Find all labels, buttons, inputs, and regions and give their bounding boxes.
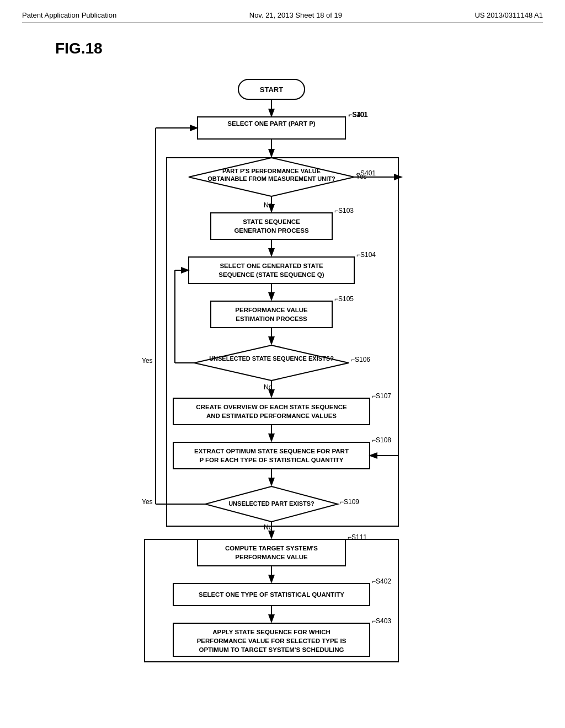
start-label: START (260, 85, 283, 94)
s103-step: ⌐S103 (334, 207, 354, 215)
s109-yes: Yes (142, 498, 153, 506)
s111-line2: PERFORMANCE VALUE (235, 554, 308, 560)
s108-line1: EXTRACT OPTIMUM STATE SEQUENCE FOR PART (194, 448, 349, 454)
s107-step: ⌐S107 (372, 392, 391, 400)
svg-rect-10 (189, 257, 354, 283)
s108-line2: P FOR EACH TYPE OF STATISTICAL QUANTITY (199, 457, 343, 463)
s104-line1: SELECT ONE GENERATED STATE (220, 263, 323, 269)
s403-line1: APPLY STATE SEQUENCE FOR WHICH (212, 629, 331, 635)
svg-rect-21 (173, 442, 370, 469)
s104-step: ⌐S104 (356, 251, 376, 259)
s401-step: ⌐S401 (349, 111, 368, 119)
s107-line1: CREATE OVERVIEW OF EACH STATE SEQUENCE (196, 404, 347, 410)
s403-line3: OPTIMUM TO TARGET SYSTEM'S SCHEDULING (199, 646, 344, 653)
s402-label: SELECT ONE TYPE OF STATISTICAL QUANTITY (199, 591, 344, 598)
s403-step: ⌐S403 (372, 617, 391, 625)
s106-yes: Yes (142, 357, 153, 365)
svg-rect-28 (198, 539, 345, 566)
page-header: Patent Application Publication Nov. 21, … (22, 11, 543, 23)
page: Patent Application Publication Nov. 21, … (0, 0, 565, 728)
figure-label: FIG.18 (55, 40, 543, 57)
s101-label: SELECT ONE PART (PART P) (227, 120, 315, 127)
s402-step: ⌐S402 (372, 577, 391, 585)
s103-line1: STATE SEQUENCE (243, 218, 300, 225)
svg-rect-12 (211, 301, 332, 328)
flowchart-container: START SELECT ONE PART (PART P) ⌐S101 PAR… (22, 68, 543, 719)
header-left: Patent Application Publication (22, 11, 116, 19)
s109-step: ⌐S109 (340, 498, 359, 506)
header-center: Nov. 21, 2013 Sheet 18 of 19 (249, 11, 342, 19)
svg-marker-14 (194, 345, 349, 381)
s105-step: ⌐S105 (334, 295, 354, 303)
s401-line2: OBTAINABLE FROM MEASUREMENT UNIT? (207, 175, 335, 182)
s105-line1: PERFORMANCE VALUE (235, 307, 308, 313)
s104-line2: SEQUENCE (STATE SEQUENCE Q) (218, 271, 324, 278)
s107-line2: AND ESTIMATED PERFORMANCE VALUES (206, 413, 337, 419)
flowchart-svg: START SELECT ONE PART (PART P) ⌐S101 PAR… (89, 68, 476, 719)
s109-label: UNSELECTED PART EXISTS? (228, 500, 315, 507)
svg-rect-19 (173, 398, 370, 425)
header-right: US 2013/0311148 A1 (475, 11, 543, 19)
s108-step: ⌐S108 (372, 436, 391, 444)
s105-line2: ESTIMATION PROCESS (236, 315, 307, 322)
s403-line2: PERFORMANCE VALUE FOR SELECTED TYPE IS (197, 638, 347, 644)
s106-label: UNSELECTED STATE SEQUENCE EXISTS? (209, 355, 334, 362)
s111-line1: COMPUTE TARGET SYSTEM'S (225, 545, 318, 552)
s401-no: No (264, 201, 273, 209)
s401-line1: PART P'S PERFORMANCE VALUE (222, 168, 321, 174)
s103-line2: GENERATION PROCESS (234, 227, 309, 234)
svg-rect-8 (211, 213, 332, 239)
s106-step: ⌐S106 (351, 356, 370, 363)
